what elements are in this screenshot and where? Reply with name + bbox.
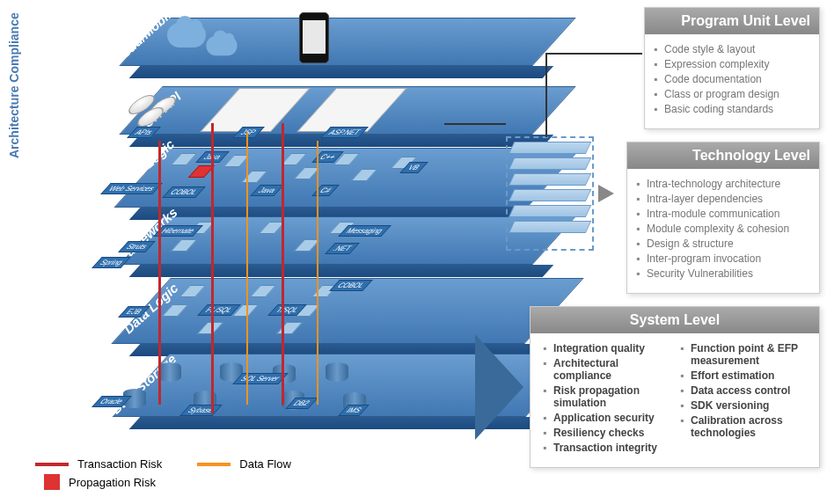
technology-list: Intra-technology architecture Intra-laye… [627, 169, 819, 293]
list-item: Calibration across technologies [691, 414, 809, 439]
list-item: Intra-technology architecture [647, 178, 809, 190]
list-item: Intra-module communication [647, 208, 809, 220]
database-icon [158, 362, 181, 382]
list-item: Code style & layout [664, 43, 809, 55]
list-item: Effort estimation [691, 369, 809, 382]
list-item: Risk propagation simulation [553, 384, 671, 409]
list-item: Application security [553, 412, 671, 424]
legend-dataflow: Data Flow [239, 457, 291, 471]
list-item: Integration quality [553, 342, 671, 354]
list-item: Design & structure [647, 237, 809, 250]
cloud-icon [206, 36, 237, 55]
legend-propagation: Propagation Risk [69, 476, 156, 489]
data-flow-swatch [197, 463, 231, 466]
list-item: Architectural compliance [553, 357, 671, 382]
technology-panel: Technology Level Intra-technology archit… [626, 142, 820, 294]
transaction-risk-line [211, 123, 214, 413]
list-item: Transaction integrity [553, 442, 671, 454]
cloud-icon [167, 23, 206, 47]
system-title: System Level [531, 307, 819, 333]
list-item: SDK versioning [691, 399, 809, 412]
database-icon [326, 362, 348, 382]
connector-line [444, 123, 506, 125]
tech-spring: Spring [91, 257, 131, 268]
legend: Transaction Risk Data Flow Propagation R… [35, 457, 291, 493]
list-item: Module complexity & cohesion [647, 223, 809, 235]
transaction-risk-line [158, 141, 161, 405]
list-item: Security Vulnerabilities [647, 267, 809, 280]
technology-title: Technology Level [627, 142, 819, 169]
architecture-stack: Cloud/Mobile UI / API APIs JSP ASP.NET B… [35, 9, 510, 457]
program-unit-panel: Program Unit Level Code style & layout E… [644, 7, 820, 129]
legend-transaction: Transaction Risk [77, 457, 162, 471]
list-item: Code documentation [664, 73, 809, 85]
smartphone-icon [299, 12, 329, 63]
list-item: Intra-layer dependencies [647, 193, 809, 205]
data-flow-line [246, 132, 248, 405]
system-list-col1: Integration quality Architectural compli… [538, 342, 675, 454]
architecture-compliance-label: Architecture Compliance [7, 12, 21, 158]
tech-webservices: Web Services [100, 183, 163, 194]
program-unit-list: Code style & layout Expression complexit… [645, 34, 819, 128]
list-item: Basic coding standards [664, 103, 809, 115]
list-item: Data access control [691, 384, 809, 397]
list-item: Class or program design [664, 88, 809, 100]
list-item: Expression complexity [664, 58, 809, 70]
program-unit-title: Program Unit Level [645, 8, 819, 34]
system-list-col2: Function point & EFP measurement Effort … [675, 342, 812, 439]
data-flow-line [317, 141, 318, 405]
transaction-risk-swatch [35, 463, 69, 466]
propagation-risk-swatch [44, 474, 60, 490]
system-panel: System Level Integration quality Archite… [530, 306, 820, 468]
list-item: Resiliency checks [553, 427, 671, 439]
list-item: Inter-program invocation [647, 252, 809, 265]
transaction-risk-line [282, 123, 284, 405]
big-arrow-icon [475, 334, 523, 440]
list-item: Function point & EFP measurement [691, 342, 809, 367]
